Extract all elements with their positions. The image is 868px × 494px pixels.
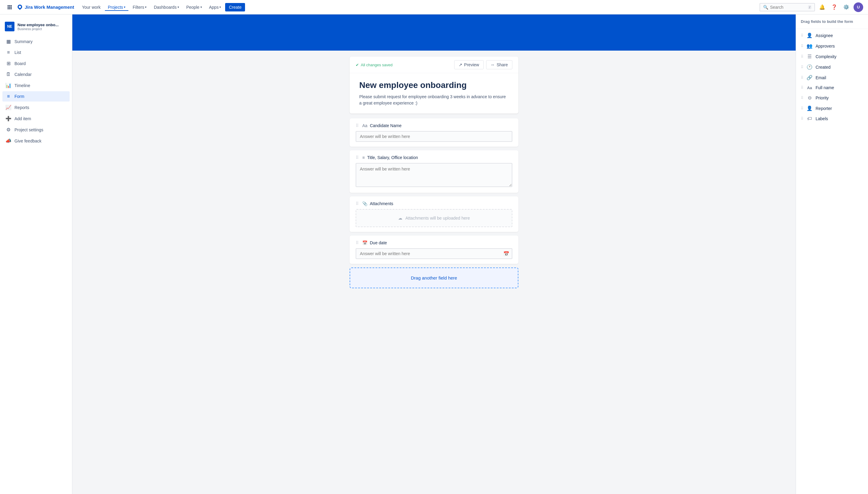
- search-input[interactable]: [770, 5, 806, 10]
- priority-icon: ⊖: [807, 95, 813, 101]
- create-button[interactable]: Create: [225, 3, 245, 12]
- right-panel: Drag fields to build the form ⠿ 👤 Assign…: [796, 15, 868, 494]
- top-navigation: Jira Work Management Your work Projects …: [0, 0, 868, 15]
- sidebar-item-reports[interactable]: 📈 Reports: [2, 102, 70, 113]
- drag-handle-icon[interactable]: ⠿: [356, 201, 359, 206]
- main-wrapper: NE New employee onbo... Business project…: [0, 15, 868, 494]
- panel-item-created[interactable]: ⠿ 🕐 Created: [796, 62, 868, 72]
- sidebar-item-calendar[interactable]: 🗓 Calendar: [2, 69, 70, 79]
- user-avatar[interactable]: U: [853, 2, 863, 12]
- text-field-icon: Aa: [362, 123, 367, 128]
- candidate-name-input[interactable]: [356, 131, 512, 142]
- calendar-picker-icon[interactable]: 📅: [503, 251, 509, 256]
- blue-banner: [72, 15, 868, 51]
- svg-rect-3: [7, 7, 9, 8]
- field-header-title-salary: ⠿ ≡ Title, Salary, Office location: [356, 155, 512, 160]
- panel-item-labels[interactable]: ⠿ 🏷 Labels: [796, 114, 868, 124]
- nav-apps[interactable]: Apps ▾: [206, 4, 224, 11]
- settings-icon[interactable]: ⚙️: [842, 2, 851, 12]
- checkmark-icon: ✔: [356, 63, 359, 67]
- project-name: New employee onbo...: [17, 23, 59, 27]
- panel-item-reporter[interactable]: ⠿ 👤 Reporter: [796, 103, 868, 114]
- panel-item-full-name[interactable]: ⠿ Aa Full name: [796, 83, 868, 93]
- field-card-attachments: ⠿ 📎 Attachments ☁ Attachments will be up…: [350, 196, 518, 232]
- panel-divider: [796, 28, 868, 29]
- due-date-input[interactable]: [356, 248, 512, 259]
- labels-icon: 🏷: [807, 116, 813, 121]
- notifications-icon[interactable]: 🔔: [817, 2, 827, 12]
- filters-chevron-icon: ▾: [145, 5, 146, 9]
- right-panel-title: Drag fields to build the form: [796, 19, 868, 27]
- panel-drag-handle-icon: ⠿: [801, 55, 804, 59]
- panel-item-complexity[interactable]: ⠿ ☰ Complexity: [796, 51, 868, 62]
- help-icon[interactable]: ❓: [829, 2, 839, 12]
- attachment-upload-area[interactable]: ☁ Attachments will be uploaded here: [356, 209, 512, 227]
- drag-handle-icon[interactable]: ⠿: [356, 123, 359, 128]
- due-date-input-wrapper: 📅: [356, 248, 512, 259]
- panel-drag-handle-icon: ⠿: [801, 65, 804, 69]
- form-area: ✔ All changes saved ↗ Preview ↔ Share: [72, 51, 868, 494]
- panel-item-assignee[interactable]: ⠿ 👤 Assignee: [796, 30, 868, 41]
- grid-menu-icon[interactable]: [5, 2, 15, 12]
- sidebar-item-add-item[interactable]: ➕ Add item: [2, 113, 70, 124]
- sidebar-item-list[interactable]: ≡ List: [2, 47, 70, 58]
- add-item-icon: ➕: [5, 116, 12, 121]
- list-field-icon: ≡: [362, 155, 365, 160]
- sidebar-item-timeline[interactable]: 📊 Timeline: [2, 80, 70, 91]
- field-header-due-date: ⠿ 📅 Due date: [356, 240, 512, 245]
- project-icon: NE: [5, 22, 15, 31]
- svg-rect-2: [11, 5, 12, 6]
- svg-rect-4: [9, 7, 10, 8]
- sidebar-nav: ▦ Summary ≡ List ⊞ Board 🗓 Calendar 📊 Ti…: [0, 36, 72, 146]
- field-card-due-date: ⠿ 📅 Due date 📅: [350, 235, 518, 264]
- drag-handle-icon[interactable]: ⠿: [356, 240, 359, 245]
- svg-rect-7: [9, 8, 10, 10]
- sidebar-item-give-feedback[interactable]: 📣 Give feedback: [2, 136, 70, 146]
- svg-rect-8: [11, 8, 12, 10]
- svg-rect-1: [9, 5, 10, 6]
- project-header: NE New employee onbo... Business project: [0, 19, 72, 36]
- board-icon: ⊞: [5, 60, 12, 66]
- list-icon: ≡: [5, 50, 12, 55]
- nav-people[interactable]: People ▾: [183, 4, 205, 11]
- panel-drag-handle-icon: ⠿: [801, 86, 804, 90]
- search-icon: 🔍: [763, 5, 768, 10]
- drag-handle-icon[interactable]: ⠿: [356, 155, 359, 160]
- panel-drag-handle-icon: ⠿: [801, 44, 804, 48]
- summary-icon: ▦: [5, 39, 12, 44]
- field-header-candidate-name: ⠿ Aa Candidate Name: [356, 123, 512, 128]
- sidebar-item-board[interactable]: ⊞ Board: [2, 58, 70, 69]
- preview-button[interactable]: ↗ Preview: [454, 60, 484, 69]
- nav-projects[interactable]: Projects ▾: [105, 4, 129, 11]
- field-card-title-salary: ⠿ ≡ Title, Salary, Office location: [350, 150, 518, 193]
- people-chevron-icon: ▾: [200, 5, 202, 9]
- form-description: Please submit request for employee onboa…: [359, 94, 509, 106]
- field-header-attachments: ⠿ 📎 Attachments: [356, 201, 512, 206]
- search-shortcut-key: /: [808, 5, 811, 9]
- panel-item-priority[interactable]: ⠿ ⊖ Priority: [796, 93, 868, 103]
- sidebar-item-summary[interactable]: ▦ Summary: [2, 36, 70, 47]
- field-card-candidate-name: ⠿ Aa Candidate Name: [350, 118, 518, 147]
- panel-drag-handle-icon: ⠿: [801, 34, 804, 38]
- nav-filters[interactable]: Filters ▾: [130, 4, 149, 11]
- drag-drop-zone[interactable]: Drag another field here: [350, 267, 518, 288]
- form-title: New employee onboarding: [359, 80, 509, 90]
- preview-icon: ↗: [459, 62, 462, 67]
- date-field-icon: 📅: [362, 240, 367, 245]
- sidebar-item-form[interactable]: ≡ Form: [2, 91, 70, 101]
- nav-icon-group: 🔔 ❓ ⚙️ U: [817, 2, 863, 12]
- svg-rect-5: [11, 7, 12, 8]
- assignee-icon: 👤: [807, 33, 813, 38]
- nav-your-work[interactable]: Your work: [79, 4, 104, 11]
- save-status: ✔ All changes saved: [356, 63, 393, 67]
- nav-dashboards[interactable]: Dashboards ▾: [151, 4, 182, 11]
- search-bar[interactable]: 🔍 /: [759, 3, 815, 12]
- panel-item-approvers[interactable]: ⠿ 👥 Approvers: [796, 41, 868, 51]
- panel-item-email[interactable]: ⠿ 🔗 Email: [796, 72, 868, 83]
- title-salary-textarea[interactable]: [356, 163, 512, 187]
- app-logo[interactable]: Jira Work Management: [17, 4, 74, 10]
- full-name-icon: Aa: [807, 86, 813, 90]
- dashboards-chevron-icon: ▾: [178, 5, 179, 9]
- share-button[interactable]: ↔ Share: [486, 60, 512, 69]
- sidebar-item-project-settings[interactable]: ⚙ Project settings: [2, 125, 70, 135]
